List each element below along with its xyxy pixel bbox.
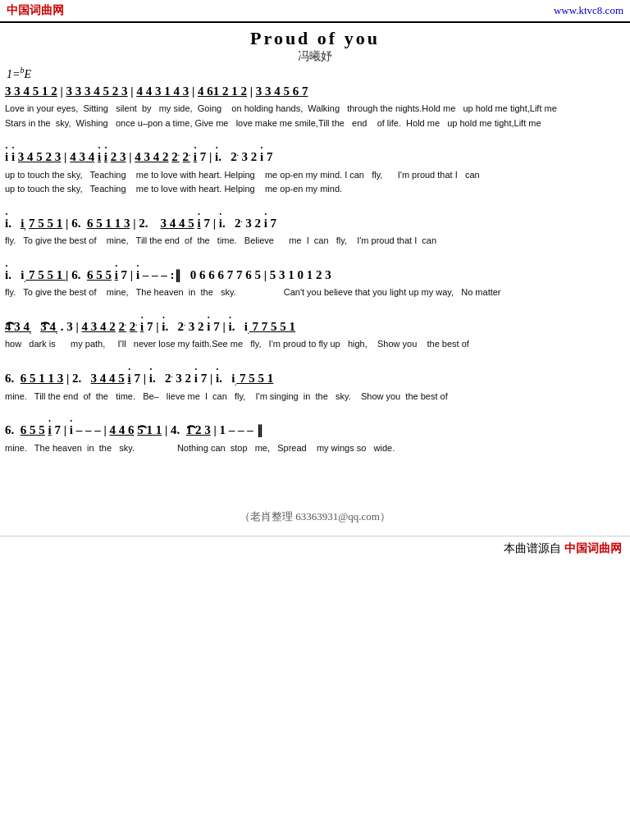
lyric-row-2b: up to touch the sky, Teaching me to love… xyxy=(5,182,625,196)
score-line-3: i. i. 7 5 5 1 | 6. 6 5 1 1 3 | 2. 3 4 4 … xyxy=(5,213,625,248)
notes-row-3: i. i. 7 5 5 1 | 6. 6 5 1 1 3 | 2. 3 4 4 … xyxy=(5,213,625,235)
score-line-6: 6. 6 5 1 1 3 | 2. 3 4 4 5 i 7 | i. 2. 3 … xyxy=(5,368,625,403)
score-line-5: ⌢ 4 3 4. ⌢ 3 4. . 3 | 4 3 4 2 2. 2. i 7 … xyxy=(5,317,625,351)
lyric-row-2a: up to touch the sky, Teaching me to love… xyxy=(5,168,625,182)
notes-row-1: 3 3 4 5 1 2 | 3 3 3 4 5 2 3 | 4 4 3 1 4 … xyxy=(5,81,625,103)
lyric-row-1a: Love in your eyes, Sitting silent by my … xyxy=(5,102,625,116)
notes-row-7: 6. 6 5 5 i 7 | i – – – | 4 4 6 ⌢ 5 1 1 |… xyxy=(5,420,625,441)
lyric-row-1b: Stars in the sky, Wishing once u–pon a t… xyxy=(5,116,625,130)
notes-row-6: 6. 6 5 1 1 3 | 2. 3 4 4 5 i 7 | i. 2. 3 … xyxy=(5,368,625,390)
note: 3 4 5 2 3 xyxy=(18,150,62,163)
note: i xyxy=(11,147,15,168)
note: 4 3 4 xyxy=(70,150,94,163)
note: 3 3 3 4 5 2 3 xyxy=(66,84,128,98)
score-line-4: i. i. 7 5 5 1 | 6. 6 5 5 i 7 | i – – – :… xyxy=(5,265,625,299)
note: i xyxy=(5,147,8,168)
brand-text: 本曲谱源自 xyxy=(504,541,561,556)
lyric-row-6: mine. Till the end of the time. Be– liev… xyxy=(5,390,625,404)
score-container: 3 3 4 5 1 2 | 3 3 3 4 5 2 3 | 4 4 3 1 4 … xyxy=(0,81,630,486)
score-line-2: i i 3 4 5 2 3 | 4 3 4 i i 2 3 | 4 3 4 2 … xyxy=(5,147,625,196)
song-singer: 冯曦妤 xyxy=(0,49,630,64)
lyric-row-5: how dark is my path, I'll never lose my … xyxy=(5,337,625,351)
note: 4 4 3 1 4 3 xyxy=(136,84,189,98)
page: 中国词曲网 www.ktvc8.com Proud of you 冯曦妤 1=b… xyxy=(0,0,630,563)
lyric-row-3: fly. To give the best of mine, Till the … xyxy=(5,234,625,248)
note: 4 61 2 1 2 xyxy=(198,84,247,98)
notes-row-2: i i 3 4 5 2 3 | 4 3 4 i i 2 3 | 4 3 4 2 … xyxy=(5,147,625,168)
note: 3 3 4 5 6 7 xyxy=(256,84,308,98)
brand-name: 中国词曲网 xyxy=(564,541,622,556)
note: 3 3 4 5 1 2 xyxy=(5,84,57,98)
score-line-1: 3 3 4 5 1 2 | 3 3 3 4 5 2 3 | 4 4 3 1 4 … xyxy=(5,81,625,130)
song-title: Proud of you xyxy=(0,28,630,49)
lyric-row-7: mine. The heaven in the sky. Nothing can… xyxy=(5,441,625,455)
site-header: 中国词曲网 www.ktvc8.com xyxy=(0,0,630,23)
score-line-7: 6. 6 5 5 i 7 | i – – – | 4 4 6 ⌢ 5 1 1 |… xyxy=(5,420,625,454)
contact-text: （老肖整理 63363931@qq.com） xyxy=(240,510,390,523)
title-area: Proud of you 冯曦妤 xyxy=(0,23,630,66)
site-url: www.ktvc8.com xyxy=(554,4,623,17)
key-signature: 1=bE xyxy=(0,66,630,81)
notes-row-4: i. i. 7 5 5 1 | 6. 6 5 5 i 7 | i – – – :… xyxy=(5,265,625,286)
footer-contact: （老肖整理 63363931@qq.com） xyxy=(0,503,630,531)
key-label: 1=bE xyxy=(7,68,31,80)
notes-row-5: ⌢ 4 3 4. ⌢ 3 4. . 3 | 4 3 4 2 2. 2. i 7 … xyxy=(5,317,625,338)
footer-brand: 本曲谱源自 中国词曲网 xyxy=(0,536,630,563)
site-logo: 中国词曲网 xyxy=(7,3,64,18)
lyric-row-4: fly. To give the best of mine, The heave… xyxy=(5,285,625,299)
